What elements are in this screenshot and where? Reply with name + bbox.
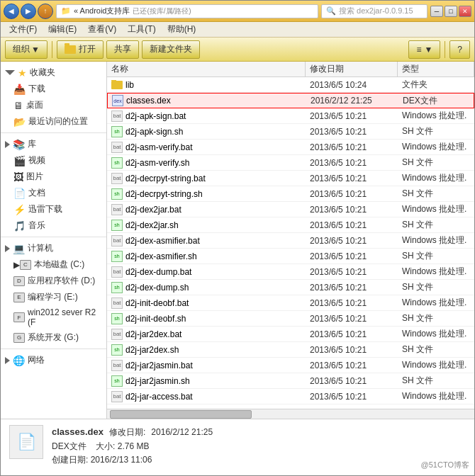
- table-row[interactable]: bat d2j-jar-access.bat 2013/6/5 10:21 Wi…: [107, 389, 474, 404]
- sh-icon: sh: [111, 188, 123, 200]
- file-name-cell: sh d2j-decrpyt-string.sh: [107, 188, 306, 200]
- file-type-cell: 文件夹: [398, 79, 474, 91]
- file-date-cell: 2013/6/5 10:21: [306, 158, 398, 168]
- bat-icon: bat: [111, 298, 123, 309]
- table-row[interactable]: bat d2j-apk-sign.bat 2013/6/5 10:21 Wind…: [107, 108, 474, 124]
- open-button[interactable]: 打开: [57, 40, 104, 59]
- computer-label: 计算机: [28, 242, 102, 254]
- table-row[interactable]: dex classes.dex 2016/2/12 21:25 DEX文件: [107, 93, 474, 108]
- table-row[interactable]: sh d2j-dex-dump.sh 2013/6/5 10:21 SH 文件: [107, 280, 474, 295]
- file-name-cell: sh d2j-jar2dex.sh: [107, 344, 306, 356]
- menu-tools[interactable]: 工具(T): [122, 22, 161, 37]
- file-name-cell: bat d2j-init-deobf.bat: [107, 298, 306, 309]
- back-button[interactable]: ◀: [4, 4, 19, 19]
- bat-icon: bat: [111, 142, 123, 153]
- file-date-cell: 2013/6/5 10:21: [306, 189, 398, 199]
- minimize-button[interactable]: ─: [430, 6, 443, 17]
- close-button[interactable]: ✕: [459, 6, 471, 17]
- network-group[interactable]: 🌐 网络: [1, 352, 106, 368]
- file-type-cell: SH 文件: [398, 375, 474, 387]
- file-name: d2j-asm-verify.bat: [125, 142, 192, 152]
- table-row[interactable]: sh d2j-decrpyt-string.sh 2013/6/5 10:21 …: [107, 186, 474, 202]
- sidebar-item-picture[interactable]: 🖼 图片: [1, 169, 106, 185]
- file-name-cell: bat d2j-asm-verify.bat: [107, 142, 306, 153]
- table-row[interactable]: sh d2j-apk-sign.sh 2013/6/5 10:21 SH 文件: [107, 124, 474, 140]
- table-row[interactable]: sh d2j-asm-verify.sh 2013/6/5 10:21 SH 文…: [107, 155, 474, 171]
- file-name: d2j-jar2dex.sh: [125, 345, 179, 355]
- share-button[interactable]: 共享: [106, 40, 139, 59]
- file-name: d2j-decrpyt-string.sh: [125, 189, 203, 199]
- table-row[interactable]: sh d2j-jar2jasmin.sh 2013/6/5 10:21 SH 文…: [107, 373, 474, 389]
- status-file-icon: 📄: [9, 425, 43, 459]
- library-section: 📚 库 🎬 视频 🖼 图片 📄 文档 ⚡ 迅雷下载: [1, 136, 106, 234]
- bat-icon: bat: [111, 173, 123, 184]
- table-row[interactable]: sh d2j-dex-asmifier.sh 2013/6/5 10:21 SH…: [107, 249, 474, 264]
- maximize-button[interactable]: □: [445, 6, 457, 17]
- file-type-cell: DEX文件: [398, 95, 474, 107]
- table-row[interactable]: bat d2j-asm-verify.bat 2013/6/5 10:21 Wi…: [107, 140, 474, 155]
- help-button[interactable]: ?: [449, 40, 470, 59]
- file-date-cell: 2013/6/5 10:21: [306, 142, 398, 152]
- menu-view[interactable]: 查看(V): [82, 22, 122, 37]
- col-header-date[interactable]: 修改日期: [306, 62, 398, 76]
- status-created-label: 创建日期:: [52, 455, 88, 465]
- sidebar-item-thunder[interactable]: ⚡ 迅雷下载: [1, 201, 106, 217]
- sidebar-item-local-c[interactable]: ▶ C 本地磁盘 (C:): [1, 256, 106, 273]
- menu-edit[interactable]: 编辑(E): [43, 22, 82, 37]
- sidebar-item-doc[interactable]: 📄 文档: [1, 185, 106, 201]
- table-row[interactable]: sh d2j-init-deobf.sh 2013/6/5 10:21 SH 文…: [107, 311, 474, 327]
- sidebar-item-app-d[interactable]: D 应用程序软件 (D:): [1, 273, 106, 289]
- file-name: d2j-dex2jar.bat: [125, 205, 181, 215]
- table-row[interactable]: lib 2013/6/5 10:24 文件夹: [107, 77, 474, 93]
- download-folder-icon: 📥: [13, 84, 26, 95]
- favorites-group[interactable]: ★ 收藏夹: [1, 64, 106, 81]
- forward-button[interactable]: ▶: [21, 4, 36, 19]
- search-box[interactable]: 🔍 搜索 dex2jar-0.0.9.15: [321, 4, 428, 18]
- view-toggle-button[interactable]: ≡ ▼: [408, 40, 440, 59]
- new-folder-button[interactable]: 新建文件夹: [142, 40, 200, 59]
- path-text: « Android支持库: [74, 6, 130, 16]
- file-name: d2j-dex-dump.bat: [125, 267, 191, 277]
- col-header-name[interactable]: 名称: [107, 62, 306, 76]
- sidebar: ★ 收藏夹 📥 下载 🖥 桌面 📂 最近访问的位置: [1, 62, 107, 419]
- sidebar-item-download[interactable]: 📥 下载: [1, 81, 106, 97]
- hscroll-thumb[interactable]: [110, 410, 252, 419]
- music-icon: 🎵: [13, 220, 26, 232]
- file-date-cell: 2013/6/5 10:21: [306, 251, 398, 261]
- sidebar-item-prog-e[interactable]: E 编程学习 (E:): [1, 289, 106, 305]
- folder-icon: [111, 81, 123, 89]
- up-button[interactable]: ↑: [38, 4, 53, 19]
- table-row[interactable]: bat d2j-dex-dump.bat 2013/6/5 10:21 Wind…: [107, 264, 474, 280]
- library-group[interactable]: 📚 库: [1, 136, 106, 152]
- sidebar-item-music[interactable]: 🎵 音乐: [1, 217, 106, 234]
- menu-file[interactable]: 文件(F): [4, 22, 43, 37]
- table-row[interactable]: bat d2j-jar2dex.bat 2013/6/5 10:21 Windo…: [107, 327, 474, 342]
- table-row[interactable]: bat d2j-init-deobf.bat 2013/6/5 10:21 Wi…: [107, 295, 474, 311]
- sidebar-item-win2012[interactable]: F win2012 sever R2 (F: [1, 305, 106, 329]
- sidebar-item-desktop[interactable]: 🖥 桌面: [1, 97, 106, 113]
- thunder-label: 迅雷下载: [28, 203, 62, 215]
- status-modify-date: 2016/2/12 21:25: [151, 426, 213, 439]
- computer-group[interactable]: 💻 计算机: [1, 240, 106, 256]
- menu-help[interactable]: 帮助(H): [162, 22, 202, 37]
- table-row[interactable]: bat d2j-decrpyt-string.bat 2013/6/5 10:2…: [107, 171, 474, 186]
- table-row[interactable]: sh d2j-dex2jar.sh 2013/6/5 10:21 SH 文件: [107, 217, 474, 233]
- horizontal-scrollbar[interactable]: [107, 409, 474, 419]
- table-row[interactable]: sh d2j-jar2dex.sh 2013/6/5 10:21 SH 文件: [107, 342, 474, 358]
- file-list: 名称 修改日期 类型 lib 2013/6/5 10:24 文件夹 dex cl…: [107, 62, 474, 419]
- sidebar-item-sysdev[interactable]: G 系统开发 (G:): [1, 329, 106, 346]
- sidebar-item-video[interactable]: 🎬 视频: [1, 152, 106, 169]
- status-size-value: 2.76 MB: [118, 441, 150, 451]
- file-type-cell: SH 文件: [398, 312, 474, 324]
- file-name-cell: sh d2j-init-deobf.sh: [107, 313, 306, 324]
- address-bar[interactable]: 📁 « Android支持库 已还(按库/属/路径): [56, 4, 318, 18]
- table-row[interactable]: bat d2j-dex-asmifier.bat 2013/6/5 10:21 …: [107, 233, 474, 249]
- col-header-type[interactable]: 类型: [398, 62, 474, 76]
- bat-icon: bat: [111, 235, 123, 246]
- sh-icon: sh: [111, 282, 123, 293]
- table-row[interactable]: bat d2j-jar2jasmin.bat 2013/6/5 10:21 Wi…: [107, 358, 474, 373]
- sidebar-item-recent[interactable]: 📂 最近访问的位置: [1, 113, 106, 130]
- table-row[interactable]: bat d2j-dex2jar.bat 2013/6/5 10:21 Windo…: [107, 202, 474, 217]
- organize-button[interactable]: 组织 ▼: [5, 40, 48, 59]
- file-name-cell: bat d2j-dex-asmifier.bat: [107, 235, 306, 246]
